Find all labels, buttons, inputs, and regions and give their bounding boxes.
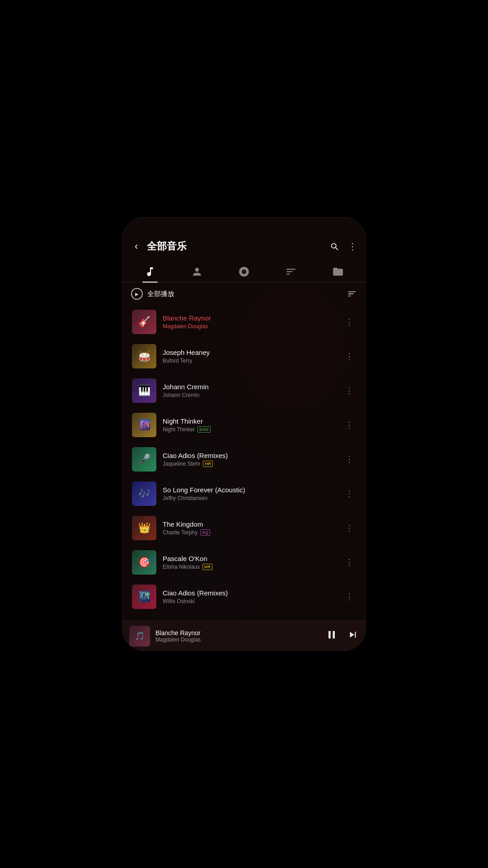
page-title: 全部音乐 bbox=[147, 240, 324, 253]
album-art: 🌆 bbox=[132, 413, 156, 437]
tab-music[interactable] bbox=[137, 262, 163, 282]
song-artist: Elisha Nikolaus bbox=[163, 564, 200, 570]
more-button[interactable]: ⋮ bbox=[348, 241, 357, 252]
phone-shell: ‹ 全部音乐 ⋮ bbox=[122, 217, 366, 651]
song-info: Joseph Heaney Buford Terry bbox=[163, 349, 336, 364]
song-more-button[interactable]: ⋮ bbox=[343, 315, 356, 329]
song-title: The Kingdom bbox=[163, 520, 336, 528]
song-artist: Buford Terry bbox=[163, 358, 192, 364]
song-info: Ciao Adios (Remixes) Jaqueline Stehr HR bbox=[163, 452, 336, 467]
song-info: Johann Cremin Johann Cremin bbox=[163, 383, 336, 398]
album-art: 👑 bbox=[132, 516, 156, 540]
song-item[interactable]: 🌆 Night Thinker Night Thinker DSD ⋮ bbox=[125, 408, 363, 442]
album-art: 🎹 bbox=[132, 378, 156, 403]
album-art: 🎤 bbox=[132, 447, 156, 472]
album-art-image: 🎯 bbox=[132, 550, 156, 575]
song-meta: Jaqueline Stehr HR bbox=[163, 461, 336, 467]
song-artist: Jaqueline Stehr bbox=[163, 461, 200, 467]
song-artist: Night Thinker bbox=[163, 426, 195, 433]
album-art-image: 🎸 bbox=[132, 310, 156, 334]
song-more-button[interactable]: ⋮ bbox=[343, 384, 356, 397]
quality-badge: SQ bbox=[200, 529, 210, 536]
song-more-button[interactable]: ⋮ bbox=[343, 521, 356, 535]
song-meta: Elisha Nikolaus HR bbox=[163, 564, 336, 570]
song-artist: Charlie Torphy bbox=[163, 529, 197, 536]
quality-badge: DSD bbox=[197, 426, 211, 433]
album-art-image: 🎹 bbox=[132, 378, 156, 403]
playback-controls bbox=[325, 628, 359, 644]
song-more-button[interactable]: ⋮ bbox=[343, 487, 356, 500]
album-art-image: 🎤 bbox=[132, 447, 156, 472]
song-more-button[interactable]: ⋮ bbox=[343, 556, 356, 569]
song-item[interactable]: 🎸 Blanche Raynor Magdalen Douglas ⋮ bbox=[125, 305, 363, 339]
album-art: 🥁 bbox=[132, 344, 156, 368]
album-art-image: 🎶 bbox=[132, 481, 156, 506]
song-meta: Charlie Torphy SQ bbox=[163, 529, 336, 536]
song-info: Blanche Raynor Magdalen Douglas bbox=[163, 314, 336, 330]
song-info: Night Thinker Night Thinker DSD bbox=[163, 417, 336, 433]
song-meta: Buford Terry bbox=[163, 358, 336, 364]
album-art-image: 🌃 bbox=[132, 585, 156, 609]
song-title: Ciao Adios (Remixes) bbox=[163, 589, 336, 597]
album-art: 🎯 bbox=[132, 550, 156, 575]
skip-next-button[interactable] bbox=[347, 629, 359, 643]
song-more-button[interactable]: ⋮ bbox=[343, 453, 356, 466]
song-meta: Willis Osinski bbox=[163, 598, 336, 604]
song-meta: Night Thinker DSD bbox=[163, 426, 336, 433]
play-circle-icon: ▶ bbox=[131, 288, 143, 300]
song-info: The Kingdom Charlie Torphy SQ bbox=[163, 520, 336, 536]
screen: ‹ 全部音乐 ⋮ bbox=[122, 217, 366, 651]
song-meta: Jeffry Christiansen bbox=[163, 495, 336, 501]
song-item[interactable]: 👑 The Kingdom Charlie Torphy SQ ⋮ bbox=[125, 511, 363, 545]
album-art: 🎶 bbox=[132, 481, 156, 506]
album-art-image: 🥁 bbox=[132, 344, 156, 368]
song-artist: Jeffry Christiansen bbox=[163, 495, 207, 501]
sort-button[interactable] bbox=[347, 289, 357, 299]
song-item[interactable]: 🎤 Ciao Adios (Remixes) Jaqueline Stehr H… bbox=[125, 443, 363, 476]
now-playing-artist: Magdalen Douglas bbox=[155, 637, 320, 643]
now-playing-title: Blanche Raynor bbox=[155, 629, 320, 637]
nav-tabs bbox=[122, 259, 366, 283]
song-title: Ciao Adios (Remixes) bbox=[163, 452, 336, 459]
pause-button[interactable] bbox=[325, 628, 338, 644]
header: ‹ 全部音乐 ⋮ bbox=[122, 217, 366, 259]
album-art-image: 🌆 bbox=[132, 413, 156, 437]
song-artist: Magdalen Douglas bbox=[163, 323, 208, 330]
song-title: So Long Forever (Acoustic) bbox=[163, 486, 336, 494]
back-button[interactable]: ‹ bbox=[131, 239, 141, 254]
song-more-button[interactable]: ⋮ bbox=[343, 349, 356, 363]
search-button[interactable] bbox=[330, 241, 340, 252]
song-meta: Johann Cremin bbox=[163, 392, 336, 398]
song-artist: Willis Osinski bbox=[163, 598, 195, 604]
now-playing-art: 🎵 bbox=[129, 626, 150, 646]
song-title: Blanche Raynor bbox=[163, 314, 336, 322]
quality-badge: HR bbox=[203, 461, 213, 467]
song-item[interactable]: 🥁 Joseph Heaney Buford Terry ⋮ bbox=[125, 340, 363, 373]
song-more-button[interactable]: ⋮ bbox=[343, 418, 356, 432]
song-item[interactable]: 🎶 So Long Forever (Acoustic) Jeffry Chri… bbox=[125, 477, 363, 510]
album-art: 🌃 bbox=[132, 585, 156, 609]
song-title: Joseph Heaney bbox=[163, 349, 336, 356]
tab-folder[interactable] bbox=[325, 262, 351, 282]
song-more-button[interactable]: ⋮ bbox=[343, 590, 356, 604]
album-art: 🎸 bbox=[132, 310, 156, 334]
song-item[interactable]: 🎯 Pascale O'Kon Elisha Nikolaus HR ⋮ bbox=[125, 546, 363, 579]
tab-artist[interactable] bbox=[184, 262, 210, 282]
album-art-image: 👑 bbox=[132, 516, 156, 540]
tab-playlist[interactable] bbox=[278, 262, 304, 282]
song-title: Johann Cremin bbox=[163, 383, 336, 391]
now-playing-bar[interactable]: 🎵 Blanche Raynor Magdalen Douglas bbox=[122, 621, 366, 651]
play-all-bar: ▶ 全部播放 bbox=[122, 283, 366, 305]
song-info: Pascale O'Kon Elisha Nikolaus HR bbox=[163, 555, 336, 570]
tab-album[interactable] bbox=[231, 262, 257, 282]
song-artist: Johann Cremin bbox=[163, 392, 199, 398]
song-title: Pascale O'Kon bbox=[163, 555, 336, 562]
now-playing-info: Blanche Raynor Magdalen Douglas bbox=[155, 629, 320, 643]
song-item[interactable]: 🎹 Johann Cremin Johann Cremin ⋮ bbox=[125, 374, 363, 407]
song-item[interactable]: 🌃 Ciao Adios (Remixes) Willis Osinski ⋮ bbox=[125, 580, 363, 613]
song-list: 🎸 Blanche Raynor Magdalen Douglas ⋮ 🥁 Jo… bbox=[122, 305, 366, 621]
play-all-label: 全部播放 bbox=[147, 290, 174, 298]
play-all-button[interactable]: ▶ 全部播放 bbox=[131, 288, 343, 300]
quality-badge: HR bbox=[202, 564, 212, 570]
song-meta: Magdalen Douglas bbox=[163, 323, 336, 330]
